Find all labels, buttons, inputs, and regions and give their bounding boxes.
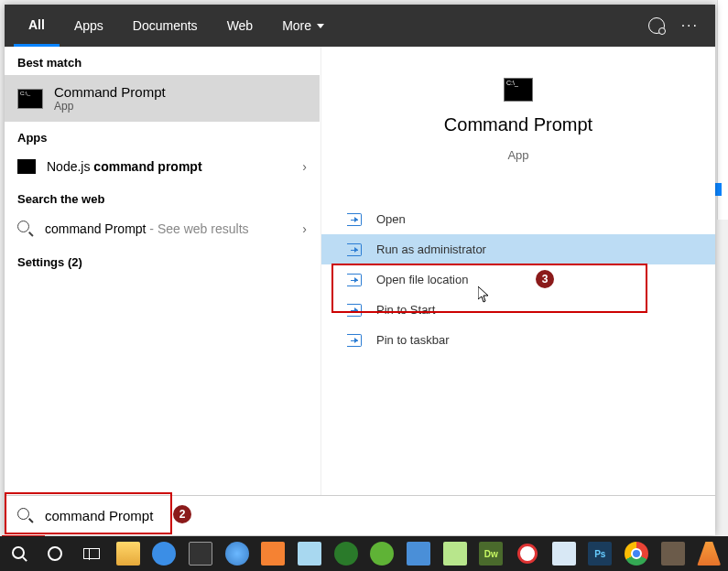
admin-icon [347,243,362,256]
taskbar-app-record[interactable] [512,540,543,567]
pin-icon [347,334,362,347]
preview-subtitle: App [507,148,528,162]
record-icon [517,544,538,564]
taskbar-app-gimp[interactable] [657,540,689,567]
app-icon [225,542,249,566]
search-icon [17,508,34,524]
xampp-icon [261,542,285,566]
best-match-subtitle: App [54,100,166,113]
preview-actions: Open Run as administrator Open file loca… [321,204,715,355]
annotation-badge-2: 2 [173,505,191,523]
chrome-icon [625,542,648,566]
app-icon [334,542,358,566]
search-filter-tabs: All Apps Documents Web More ··· [5,5,715,47]
tab-web[interactable]: Web [212,5,268,47]
app-icon [298,542,321,566]
app-result-label: Node.js command prompt [47,159,291,174]
annotation-badge-3: 3 [536,270,554,288]
taskbar-app-utorrent[interactable] [367,540,398,567]
more-options-icon[interactable]: ··· [681,17,699,34]
folder-icon [116,542,140,566]
dreamweaver-icon: Dw [479,542,503,566]
taskbar-app-photoshop[interactable]: Ps [585,540,616,567]
taskbar-app[interactable] [149,540,180,567]
taskbar-app[interactable] [331,540,362,567]
cortana-icon [48,546,62,561]
action-open-file-location[interactable]: Open file location [321,264,715,295]
tab-more[interactable]: More [267,5,339,47]
app-icon [552,542,576,566]
chevron-right-icon[interactable]: › [302,159,307,174]
taskbar-app[interactable] [403,540,434,567]
action-run-as-administrator[interactable]: Run as administrator [321,234,715,264]
taskbar-app-xampp[interactable] [258,540,289,567]
section-settings[interactable]: Settings (2) [5,246,320,275]
taskbar-app-calculator[interactable] [185,540,216,567]
action-pin-to-taskbar[interactable]: Pin to taskbar [321,325,715,355]
command-prompt-icon [504,78,533,102]
section-best-match: Best match [5,47,320,75]
tab-apps[interactable]: Apps [60,5,118,47]
taskbar-search-button[interactable] [4,540,35,567]
best-match-title: Command Prompt [54,84,166,100]
app-icon [407,542,430,566]
search-input[interactable] [45,508,702,523]
windows-search-panel: All Apps Documents Web More ··· Best mat… [5,5,715,535]
command-prompt-icon [17,89,43,109]
taskbar-app[interactable] [549,540,580,567]
taskbar-app-vlc[interactable] [693,540,724,567]
web-result-label: command Prompt - See web results [45,221,291,236]
gimp-icon [661,542,685,566]
section-apps: Apps [5,122,320,150]
task-view-icon [83,548,100,559]
folder-icon [347,274,362,286]
web-result[interactable]: command Prompt - See web results › [5,211,320,246]
action-pin-to-start[interactable]: Pin to Start [321,295,715,325]
taskbar-app-chrome[interactable] [621,540,652,567]
tab-documents[interactable]: Documents [118,5,212,47]
taskbar: Dw Ps [0,536,728,571]
result-preview-pane: Command Prompt App Open Run as administr… [321,47,715,495]
results-list: Best match Command Prompt App Apps Node.… [5,47,321,495]
pin-icon [347,304,362,317]
chevron-down-icon [317,24,324,28]
taskbar-app[interactable] [294,540,325,567]
open-icon [347,213,362,226]
notepadpp-icon [443,542,467,566]
photoshop-icon: Ps [588,542,612,566]
app-result-nodejs[interactable]: Node.js command prompt › [5,150,320,183]
taskbar-app-thunderbird[interactable] [222,540,253,567]
chevron-right-icon[interactable]: › [302,221,307,236]
action-open[interactable]: Open [321,204,715,234]
command-prompt-icon [17,159,36,174]
app-icon [152,542,176,566]
preview-title: Command Prompt [444,114,592,135]
search-icon [12,546,27,561]
feedback-icon[interactable] [648,17,665,34]
taskbar-app-notepadpp[interactable] [440,540,471,567]
taskbar-app-file-explorer[interactable] [113,540,144,567]
taskbar-app-dreamweaver[interactable]: Dw [476,540,507,567]
search-icon [17,221,34,237]
vlc-icon [697,542,721,566]
best-match-result[interactable]: Command Prompt App [5,75,320,122]
taskbar-cortana-button[interactable] [40,540,71,567]
search-input-bar[interactable] [5,495,715,535]
taskbar-task-view-button[interactable] [76,540,107,567]
calculator-icon [189,542,212,566]
section-search-web: Search the web [5,183,320,211]
utorrent-icon [370,542,394,566]
tab-all[interactable]: All [14,5,60,47]
